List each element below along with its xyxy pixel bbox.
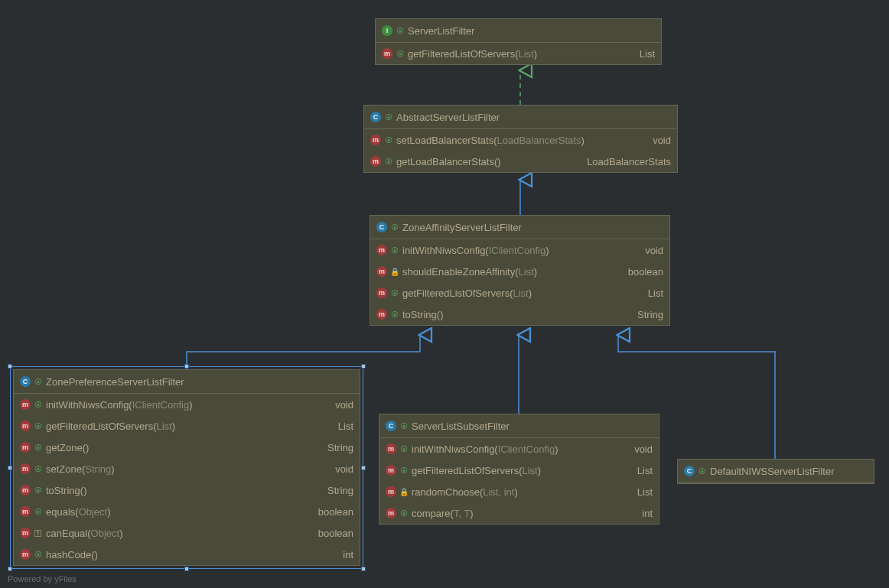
node-title: ServerListFilter — [408, 25, 474, 37]
selection-handle[interactable] — [8, 364, 12, 369]
public-modifier-icon: ⦿ — [384, 113, 393, 122]
method-signature: initWithNiwsConfig(IClientConfig) — [402, 245, 549, 256]
method-icon: m — [20, 485, 31, 495]
method-icon: m — [376, 245, 387, 255]
method-signature: getFilteredListOfServers(List) — [46, 421, 175, 432]
public-modifier-icon: ⦿ — [399, 445, 409, 453]
return-type: void — [335, 463, 353, 475]
node-title: ZoneAffinityServerListFilter — [402, 222, 522, 233]
uml-node-DefaultNIWSServerListFilter[interactable]: C⦿DefaultNIWSServerListFilter — [677, 459, 874, 484]
node-title: AbstractServerListFilter — [396, 112, 500, 123]
return-type: String — [327, 485, 353, 496]
node-header[interactable]: C⦿DefaultNIWSServerListFilter — [678, 460, 874, 483]
method-row[interactable]: m⦿toString()String — [14, 479, 360, 501]
method-icon: m — [370, 156, 381, 167]
uml-node-ZonePreferenceServerListFilter[interactable]: C⦿ZonePreferenceServerListFilterm⦿initWi… — [13, 369, 360, 566]
return-type: void — [645, 245, 663, 256]
method-row[interactable]: m⦿initWithNiwsConfig(IClientConfig)void — [14, 394, 360, 415]
node-header[interactable]: C⦿ServerListSubsetFilter — [379, 414, 659, 438]
method-row[interactable]: m⚿canEqual(Object)boolean — [14, 522, 360, 544]
public-modifier-icon: ⦿ — [390, 246, 399, 255]
public-modifier-icon: ⦿ — [399, 509, 409, 518]
selection-handle[interactable] — [361, 466, 366, 470]
method-signature: hashCode() — [46, 549, 98, 560]
return-type: void — [653, 135, 671, 146]
method-icon: m — [386, 465, 396, 476]
node-header[interactable]: C⦿AbstractServerListFilter — [364, 106, 677, 129]
selection-handle[interactable] — [184, 567, 189, 571]
method-row[interactable]: m⦿equals(Object)boolean — [14, 501, 360, 522]
method-row[interactable]: m⦿getZone()String — [14, 437, 360, 458]
return-type: List — [648, 288, 663, 299]
method-signature: randomChoose(List, int) — [412, 486, 518, 498]
method-row[interactable]: m⦿setLoadBalancerStats(LoadBalancerStats… — [364, 129, 677, 151]
method-signature: toString() — [46, 485, 86, 496]
method-row[interactable]: m⦿getFilteredListOfServers(List)List — [14, 415, 360, 437]
method-signature: setZone(String) — [46, 463, 115, 475]
return-type: boolean — [628, 266, 663, 278]
public-modifier-icon: ⦿ — [34, 551, 43, 559]
public-modifier-icon: ⦿ — [384, 158, 393, 166]
selection-handle[interactable] — [8, 567, 12, 571]
lock-icon: 🔒 — [390, 268, 399, 276]
class-icon: C — [386, 421, 396, 431]
method-signature: shouldEnableZoneAffinity(List) — [402, 266, 537, 278]
class-icon: C — [684, 466, 695, 476]
method-signature: initWithNiwsConfig(IClientConfig) — [412, 443, 558, 455]
method-row[interactable]: m🔒shouldEnableZoneAffinity(List)boolean — [370, 261, 669, 282]
node-title: ZonePreferenceServerListFilter — [46, 376, 184, 388]
method-icon: m — [376, 288, 387, 298]
method-signature: getZone() — [46, 442, 89, 453]
uml-node-ServerListFilter[interactable]: I⦿ServerListFilterm⦿getFilteredListOfSer… — [375, 18, 662, 65]
method-row[interactable]: m⦿initWithNiwsConfig(IClientConfig)void — [379, 438, 659, 460]
method-icon: m — [386, 508, 396, 518]
method-row[interactable]: m⦿getFilteredListOfServers(List)List — [379, 460, 659, 481]
method-signature: canEqual(Object) — [46, 528, 122, 539]
public-modifier-icon: ⦿ — [34, 378, 43, 386]
method-signature: compare(T, T) — [412, 508, 474, 519]
method-row[interactable]: m🔒randomChoose(List, int)List — [379, 481, 659, 502]
return-type: List — [637, 486, 653, 498]
method-row[interactable]: m⦿setZone(String)void — [14, 458, 360, 479]
method-row[interactable]: m⦿getFilteredListOfServers(List)List — [376, 43, 661, 64]
selection-handle[interactable] — [184, 364, 189, 369]
method-row[interactable]: m⦿initWithNiwsConfig(IClientConfig)void — [370, 239, 669, 261]
method-signature: getFilteredListOfServers(List) — [402, 288, 532, 299]
node-header[interactable]: I⦿ServerListFilter — [376, 19, 661, 43]
public-modifier-icon: ⦿ — [34, 443, 43, 452]
return-type: boolean — [318, 506, 353, 518]
node-header[interactable]: C⦿ZonePreferenceServerListFilter — [14, 370, 360, 394]
method-row[interactable]: m⦿toString()String — [370, 304, 669, 325]
method-icon: m — [386, 486, 396, 497]
selection-handle[interactable] — [361, 567, 366, 571]
return-type: boolean — [318, 528, 353, 539]
return-type: List — [338, 421, 353, 432]
selection-handle[interactable] — [8, 466, 12, 470]
return-type: LoadBalancerStats — [587, 156, 671, 167]
selection-handle[interactable] — [361, 364, 366, 369]
public-modifier-icon: ⦿ — [396, 50, 405, 58]
uml-node-AbstractServerListFilter[interactable]: C⦿AbstractServerListFilterm⦿setLoadBalan… — [363, 105, 678, 173]
node-title: DefaultNIWSServerListFilter — [710, 466, 835, 477]
method-signature: equals(Object) — [46, 506, 111, 518]
uml-node-ZoneAffinityServerListFilter[interactable]: C⦿ZoneAffinityServerListFilterm⦿initWith… — [370, 215, 670, 326]
return-type: int — [642, 508, 653, 519]
node-header[interactable]: C⦿ZoneAffinityServerListFilter — [370, 216, 669, 239]
class-icon: C — [20, 376, 31, 387]
public-modifier-icon: ⦿ — [396, 27, 405, 35]
method-row[interactable]: m⦿hashCode()int — [14, 544, 360, 565]
return-type: String — [637, 309, 663, 320]
key-icon: ⚿ — [34, 529, 43, 538]
uml-node-ServerListSubsetFilter[interactable]: C⦿ServerListSubsetFilterm⦿initWithNiwsCo… — [379, 414, 659, 525]
public-modifier-icon: ⦿ — [390, 223, 399, 232]
public-modifier-icon: ⦿ — [698, 467, 707, 476]
method-row[interactable]: m⦿getFilteredListOfServers(List)List — [370, 282, 669, 304]
return-type: int — [343, 549, 353, 560]
method-icon: m — [20, 399, 31, 410]
public-modifier-icon: ⦿ — [399, 422, 409, 430]
method-row[interactable]: m⦿compare(T, T)int — [379, 502, 659, 524]
interface-icon: I — [382, 25, 392, 36]
method-row[interactable]: m⦿getLoadBalancerStats()LoadBalancerStat… — [364, 151, 677, 172]
public-modifier-icon: ⦿ — [34, 508, 43, 516]
method-icon: m — [376, 309, 387, 320]
